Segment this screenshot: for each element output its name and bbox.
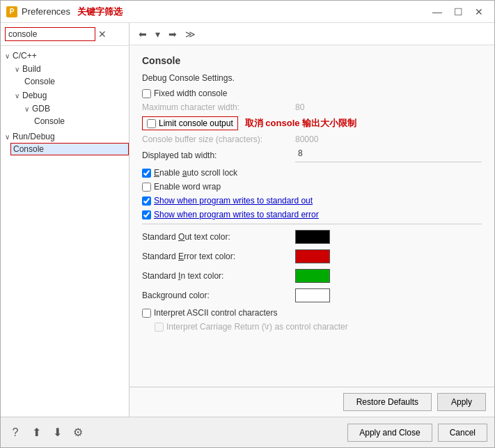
std-err-color-box[interactable]	[295, 249, 330, 263]
std-out-color-row: Standard Out text color:	[142, 230, 482, 244]
limit-console-row: Limit console output 取消 console 输出大小限制	[142, 116, 482, 130]
apply-and-close-button[interactable]: Apply and Close	[347, 424, 432, 442]
export-icon[interactable]: ⬆	[29, 425, 44, 440]
show-stdout-checkbox[interactable]	[142, 196, 151, 206]
bg-color-row: Background color:	[142, 288, 482, 302]
ascii-row: Interpret ASCII control characters	[142, 308, 482, 318]
panel: ⬅ ▾ ➡ ≫ Console Debug Console Settings. …	[129, 23, 494, 417]
tree-item-debug: ∨ Debug ∨ GDB	[10, 88, 129, 129]
close-button[interactable]: ✕	[469, 4, 489, 20]
carriage-row: Interpret Carriage Return (\r) as contro…	[142, 322, 482, 332]
gdb-children: Console	[20, 115, 129, 128]
apply-button[interactable]: Apply	[437, 393, 486, 411]
max-char-row: Maximum character width: 80	[142, 102, 482, 112]
word-wrap-checkbox[interactable]	[142, 183, 151, 192]
std-out-color-box[interactable]	[295, 230, 330, 244]
debug-children: ∨ GDB Console	[10, 102, 129, 128]
rundebug-children: Console	[1, 143, 129, 155]
carriage-label[interactable]: Interpret Carriage Return (\r) as contro…	[155, 322, 348, 332]
more-button[interactable]: ≫	[182, 27, 199, 41]
tree-item-cpp: ∨ C/C++ ∨ Build Console	[1, 49, 129, 130]
import-icon[interactable]: ⬇	[49, 425, 65, 440]
window-title: Preferences	[22, 6, 70, 17]
title-bar: P Preferences 关键字筛选 — ☐ ✕	[1, 1, 494, 23]
max-char-value: 80	[295, 102, 304, 112]
maximize-button[interactable]: ☐	[448, 4, 468, 20]
help-icon[interactable]: ?	[8, 425, 23, 440]
cpp-arrow-icon: ∨	[5, 52, 10, 60]
max-char-label: Maximum character width:	[142, 102, 295, 112]
forward-button[interactable]: ➡	[165, 27, 180, 41]
tree-label-rundebug-console[interactable]: Console	[10, 143, 129, 155]
fixed-width-checkbox[interactable]	[142, 89, 151, 98]
back-dropdown-button[interactable]: ▾	[152, 27, 164, 41]
preferences-window: P Preferences 关键字筛选 — ☐ ✕ ✕ ∨ C/C++	[0, 0, 495, 448]
fixed-width-row: Fixed width console	[142, 88, 482, 98]
bg-color-label: Background color:	[142, 291, 295, 300]
carriage-checkbox[interactable]	[155, 323, 164, 332]
separator	[142, 224, 482, 224]
build-label: Build	[22, 64, 41, 74]
auto-scroll-row: Enable auto scroll lock	[142, 168, 482, 178]
search-clear-button[interactable]: ✕	[98, 29, 107, 39]
sidebar: ✕ ∨ C/C++ ∨ Build	[1, 23, 129, 417]
main-content: ✕ ∨ C/C++ ∨ Build	[1, 23, 494, 417]
tree-item-rundebug: ∨ Run/Debug Console	[1, 130, 129, 156]
panel-footer: Restore Defaults Apply	[129, 387, 494, 417]
gdb-label: GDB	[32, 104, 50, 114]
build-children: Console	[10, 75, 129, 88]
tree-label-gdb-console[interactable]: Console	[30, 115, 129, 128]
show-stdout-label[interactable]: Show when program writes to standard out	[142, 196, 313, 206]
tree-label-build[interactable]: ∨ Build	[10, 63, 129, 75]
ascii-label[interactable]: Interpret ASCII control characters	[142, 308, 277, 318]
ascii-checkbox[interactable]	[142, 309, 151, 318]
back-button[interactable]: ⬅	[135, 27, 150, 41]
buffer-size-label: Console buffer size (characters):	[142, 134, 295, 144]
cpp-label: C/C++	[13, 51, 37, 61]
tree-label-rundebug[interactable]: ∨ Run/Debug	[1, 130, 129, 143]
panel-title: Console	[142, 55, 482, 66]
fixed-width-label[interactable]: Fixed width console	[142, 88, 227, 98]
std-err-color-label: Standard Error text color:	[142, 252, 295, 261]
tree-label-build-console[interactable]: Console	[20, 75, 129, 88]
std-in-color-row: Standard In text color:	[142, 269, 482, 283]
cancel-button[interactable]: Cancel	[438, 424, 487, 442]
tab-width-row: Displayed tab width: 8	[142, 148, 482, 162]
limit-console-label[interactable]: Limit console output	[142, 116, 238, 130]
auto-scroll-label[interactable]: Enable auto scroll lock	[142, 168, 237, 178]
show-stderr-checkbox[interactable]	[142, 210, 151, 219]
restore-defaults-button[interactable]: Restore Defaults	[343, 393, 432, 411]
rundebug-console-label: Console	[13, 144, 44, 154]
limit-console-annotation: 取消 console 输出大小限制	[245, 117, 356, 130]
tree-label-gdb[interactable]: ∨ GDB	[20, 102, 129, 115]
std-in-color-box[interactable]	[295, 269, 330, 283]
tab-width-label: Displayed tab width:	[142, 150, 295, 160]
search-input[interactable]	[5, 27, 95, 41]
std-in-color-label: Standard In text color:	[142, 271, 295, 281]
bg-color-box[interactable]	[295, 288, 330, 302]
debug-arrow-icon: ∨	[15, 92, 19, 100]
word-wrap-label[interactable]: Enable word wrap	[142, 182, 221, 192]
minimize-button[interactable]: —	[427, 4, 447, 20]
window-footer: ? ⬆ ⬇ ⚙ Apply and Close Cancel	[1, 417, 494, 447]
tree-label-debug[interactable]: ∨ Debug	[10, 89, 129, 102]
title-annotation: 关键字筛选	[77, 6, 123, 18]
panel-toolbar: ⬅ ▾ ➡ ≫	[129, 23, 494, 45]
show-stderr-label[interactable]: Show when program writes to standard err…	[142, 210, 319, 219]
word-wrap-row: Enable word wrap	[142, 182, 482, 192]
toolbar-nav: ⬅ ▾ ➡ ≫	[135, 27, 199, 41]
settings-icon[interactable]: ⚙	[70, 425, 86, 440]
window-controls: — ☐ ✕	[427, 4, 489, 20]
panel-subtitle: Debug Console Settings.	[142, 73, 482, 83]
app-icon: P	[6, 6, 17, 17]
footer-icons: ? ⬆ ⬇ ⚙	[8, 425, 86, 440]
std-err-color-row: Standard Error text color:	[142, 249, 482, 263]
limit-console-checkbox[interactable]	[147, 119, 156, 128]
debug-label: Debug	[22, 91, 47, 100]
auto-scroll-checkbox[interactable]	[142, 169, 151, 178]
tree: ∨ C/C++ ∨ Build Console	[1, 46, 129, 417]
rundebug-label: Run/Debug	[13, 132, 55, 141]
tree-label-cpp[interactable]: ∨ C/C++	[1, 49, 129, 62]
std-out-color-label: Standard Out text color:	[142, 232, 295, 242]
gdb-console-label: Console	[34, 116, 65, 126]
